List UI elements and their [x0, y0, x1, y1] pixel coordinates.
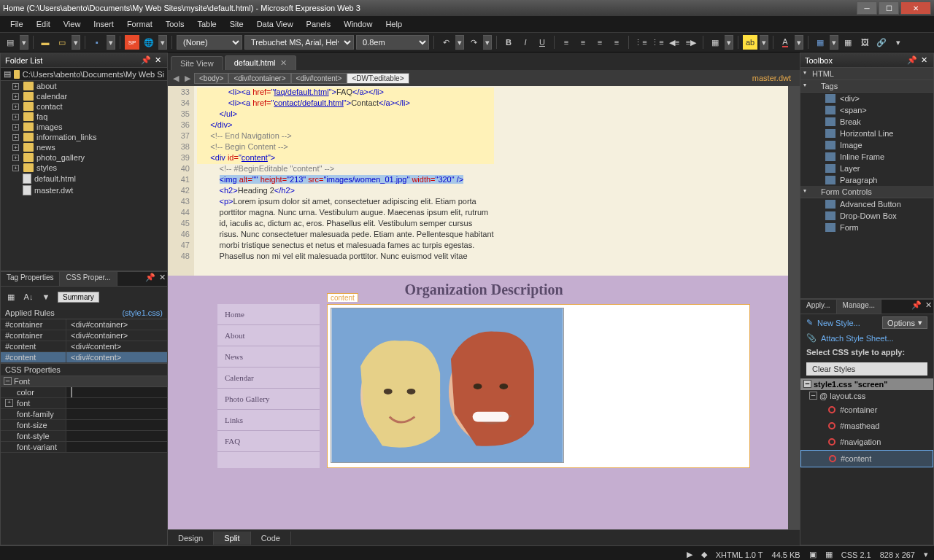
- status-icon2[interactable]: ◆: [701, 550, 707, 559]
- status-icon4[interactable]: ▦: [825, 550, 833, 559]
- prop-font-style[interactable]: font-style: [1, 431, 167, 442]
- redo-icon[interactable]: ↷: [466, 35, 481, 50]
- categorized-icon[interactable]: ▦: [4, 289, 18, 304]
- preview-dropdown[interactable]: ▾: [158, 35, 167, 50]
- folder-calendar[interactable]: +calendar: [1, 91, 167, 101]
- show-set-icon[interactable]: ▼: [39, 289, 53, 304]
- toolbox-cat-tags[interactable]: Tags: [800, 80, 933, 93]
- menu-panels[interactable]: Panels: [301, 18, 337, 30]
- italic-icon[interactable]: I: [518, 35, 533, 50]
- font-color-dropdown[interactable]: ▾: [795, 35, 803, 50]
- toolbox-cat-form[interactable]: Form Controls: [800, 186, 933, 198]
- new-icon[interactable]: ▤: [3, 35, 18, 50]
- nav-news[interactable]: News: [217, 346, 320, 368]
- undo-dropdown[interactable]: ▾: [455, 35, 464, 50]
- toolbox-cat-html[interactable]: HTML: [800, 68, 933, 80]
- menu-edit[interactable]: Edit: [31, 18, 56, 30]
- design-preview[interactable]: Organization Description HomeAboutNewsCa…: [168, 276, 800, 529]
- borders-dropdown[interactable]: ▾: [725, 35, 733, 50]
- folder-photo_gallery[interactable]: +photo_gallery: [1, 152, 167, 163]
- toolbox-item[interactable]: Image: [800, 139, 933, 151]
- scrollbar[interactable]: [788, 276, 800, 529]
- numbering-icon[interactable]: ⋮≡: [650, 35, 665, 50]
- font-select[interactable]: Trebuchet MS, Arial, Helv: [244, 35, 354, 50]
- panel-close-icon[interactable]: ✕: [157, 272, 167, 282]
- stylesheet-link[interactable]: (style1.css): [122, 308, 163, 317]
- prop-font[interactable]: font: [1, 398, 167, 409]
- toolbox-item[interactable]: Layer: [800, 163, 933, 174]
- code-editor[interactable]: 33343536373839404142434445464748 <li><a …: [168, 86, 800, 276]
- folder-information_links[interactable]: +information_links: [1, 132, 167, 142]
- breadcrumb-tag[interactable]: <div#container>: [228, 73, 290, 84]
- picture-icon[interactable]: 🖼: [857, 35, 872, 50]
- menu-site[interactable]: Site: [224, 18, 250, 30]
- table-icon[interactable]: ▦: [813, 35, 827, 50]
- link-icon[interactable]: 🔗: [874, 35, 889, 50]
- pin-icon[interactable]: 📌: [141, 55, 151, 66]
- new-dropdown[interactable]: ▾: [20, 35, 28, 50]
- toolbox-item[interactable]: Drop-Down Box: [800, 210, 933, 222]
- browser-preview-icon[interactable]: 🌐: [142, 35, 156, 50]
- maximize-button[interactable]: ☐: [879, 1, 899, 15]
- css-rule-content[interactable]: #content: [800, 450, 933, 467]
- tab-default-html[interactable]: default.html✕: [225, 55, 296, 70]
- tab-manage-styles[interactable]: Manage...: [837, 300, 881, 314]
- template-name[interactable]: master.dwt: [752, 74, 797, 82]
- menu-help[interactable]: Help: [379, 18, 408, 30]
- menu-table[interactable]: Table: [191, 18, 222, 30]
- align-right-icon[interactable]: ≡: [593, 35, 607, 50]
- rule-row[interactable]: #container<div#container>: [1, 330, 167, 341]
- bc-back-icon[interactable]: ◀: [171, 71, 181, 85]
- align-left-icon[interactable]: ≡: [559, 35, 574, 50]
- breadcrumb-tag[interactable]: <div#content>: [291, 73, 347, 84]
- bullets-icon[interactable]: ⋮≡: [633, 35, 648, 50]
- content-region[interactable]: content: [327, 304, 750, 468]
- open-site-icon[interactable]: ▭: [55, 35, 69, 50]
- bold-icon[interactable]: B: [501, 35, 516, 50]
- pin-icon[interactable]: 📌: [911, 300, 922, 310]
- prop-font-family[interactable]: font-family: [1, 409, 167, 420]
- folder-faq[interactable]: +faq: [1, 112, 167, 122]
- panel-close-icon[interactable]: ✕: [153, 55, 163, 66]
- rule-row[interactable]: #content<div#content>: [1, 341, 167, 352]
- options-dropdown[interactable]: Options ▾: [882, 316, 927, 329]
- css-file-header[interactable]: style1.css "screen": [800, 378, 933, 390]
- size-select[interactable]: 0.8em: [356, 35, 429, 50]
- tab-css-properties[interactable]: CSS Proper...: [60, 272, 117, 286]
- close-button[interactable]: ✕: [900, 1, 931, 15]
- menu-insert[interactable]: Insert: [88, 18, 120, 30]
- redo-dropdown[interactable]: ▾: [483, 35, 492, 50]
- breadcrumb-tag[interactable]: <body>: [194, 73, 228, 84]
- status-icon3[interactable]: ▣: [809, 550, 817, 559]
- css-import[interactable]: @ layout.css: [800, 390, 933, 402]
- pin-icon[interactable]: 📌: [907, 55, 917, 66]
- panel-close-icon[interactable]: ✕: [919, 55, 929, 66]
- css-rule-navigation[interactable]: #navigation: [800, 434, 933, 450]
- tab-tag-properties[interactable]: Tag Properties: [1, 272, 60, 286]
- nav-calendar[interactable]: Calendar: [217, 368, 320, 389]
- tab-apply-styles[interactable]: Apply...: [800, 300, 837, 314]
- doctype-status[interactable]: XHTML 1.0 T: [716, 551, 763, 559]
- highlight-dropdown[interactable]: ▾: [760, 35, 768, 50]
- tab-close-icon[interactable]: ✕: [280, 58, 287, 67]
- borders-icon[interactable]: ▦: [708, 35, 722, 50]
- open-dropdown[interactable]: ▾: [72, 35, 80, 50]
- toolbox-item[interactable]: Advanced Button: [800, 198, 933, 210]
- menu-view[interactable]: View: [58, 18, 87, 30]
- toolbox-item[interactable]: Horizontal Line: [800, 128, 933, 139]
- toolbox-item[interactable]: Inline Frame: [800, 151, 933, 163]
- menu-format[interactable]: Format: [121, 18, 158, 30]
- align-center-icon[interactable]: ≡: [576, 35, 590, 50]
- underline-icon[interactable]: U: [535, 35, 549, 50]
- toolbox-item[interactable]: Break: [800, 116, 933, 128]
- bc-fwd-icon[interactable]: ▶: [182, 71, 193, 85]
- style-select[interactable]: (None): [177, 35, 242, 50]
- outdent-icon[interactable]: ◀≡: [667, 35, 682, 50]
- css-status[interactable]: CSS 2.1: [841, 551, 871, 559]
- toolbox-item[interactable]: <span>: [800, 104, 933, 116]
- folder-news[interactable]: +news: [1, 142, 167, 152]
- toolbox-item[interactable]: <div>: [800, 93, 933, 104]
- nav-home[interactable]: Home: [217, 304, 320, 325]
- tab-site-view[interactable]: Site View: [171, 56, 223, 70]
- css-rule-masthead[interactable]: #masthead: [800, 418, 933, 434]
